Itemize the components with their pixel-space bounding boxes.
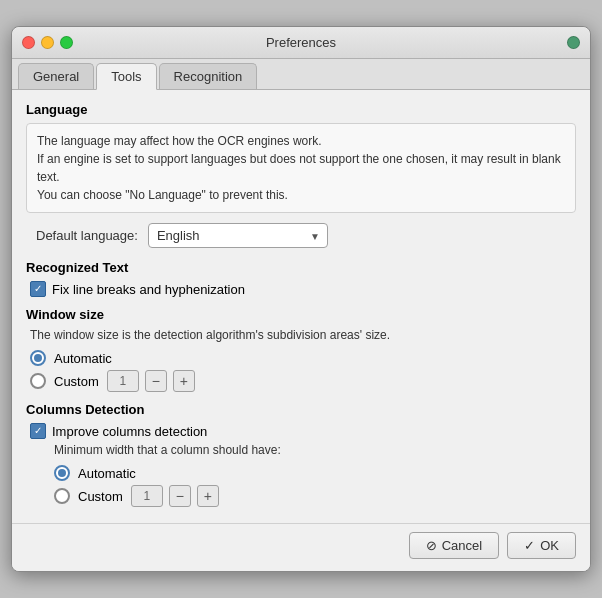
titlebar: Preferences: [12, 27, 590, 59]
radio-dot: [34, 354, 42, 362]
maximize-button[interactable]: [60, 36, 73, 49]
language-info-box: The language may affect how the OCR engi…: [26, 123, 576, 213]
min-width-label: Minimum width that a column should have:: [50, 443, 576, 457]
tab-bar: General Tools Recognition: [12, 59, 590, 90]
app-icon: [567, 36, 580, 49]
radio-dot-2: [58, 469, 66, 477]
improve-columns-label: Improve columns detection: [52, 424, 207, 439]
tab-tools[interactable]: Tools: [96, 63, 156, 90]
fix-line-breaks-checkbox[interactable]: ✓: [30, 281, 46, 297]
default-language-label: Default language:: [36, 228, 138, 243]
ok-icon: ✓: [524, 538, 535, 553]
columns-detection-sub: Minimum width that a column should have:…: [26, 443, 576, 507]
checkmark-icon-2: ✓: [34, 426, 42, 436]
minimize-button[interactable]: [41, 36, 54, 49]
tab-recognition[interactable]: Recognition: [159, 63, 258, 89]
window-title: Preferences: [266, 35, 336, 50]
window-size-input[interactable]: [107, 370, 139, 392]
improve-columns-checkbox[interactable]: ✓: [30, 423, 46, 439]
columns-stepper: − +: [131, 485, 219, 507]
columns-custom-label: Custom: [78, 489, 123, 504]
window-size-plus-button[interactable]: +: [173, 370, 195, 392]
cancel-icon: ⊘: [426, 538, 437, 553]
cancel-button[interactable]: ⊘ Cancel: [409, 532, 499, 559]
window-controls: [22, 36, 73, 49]
window-size-section-title: Window size: [26, 307, 576, 322]
window-size-custom-row: Custom − +: [26, 370, 576, 392]
recognized-text-section-title: Recognized Text: [26, 260, 576, 275]
window-size-description: The window size is the detection algorit…: [26, 328, 576, 342]
columns-custom-radio[interactable]: [54, 488, 70, 504]
improve-columns-row: ✓ Improve columns detection: [26, 423, 576, 439]
language-select[interactable]: English No Language French German Spanis…: [148, 223, 328, 248]
columns-automatic-radio[interactable]: [54, 465, 70, 481]
tab-general[interactable]: General: [18, 63, 94, 89]
preferences-window: Preferences General Tools Recognition La…: [11, 26, 591, 572]
language-section-title: Language: [26, 102, 576, 117]
columns-custom-row: Custom − +: [50, 485, 576, 507]
language-row: Default language: English No Language Fr…: [26, 223, 576, 248]
cancel-label: Cancel: [442, 538, 482, 553]
checkmark-icon: ✓: [34, 284, 42, 294]
bottom-bar: ⊘ Cancel ✓ OK: [12, 523, 590, 571]
columns-size-input[interactable]: [131, 485, 163, 507]
window-size-custom-radio[interactable]: [30, 373, 46, 389]
fix-line-breaks-label: Fix line breaks and hyphenization: [52, 282, 245, 297]
window-size-minus-button[interactable]: −: [145, 370, 167, 392]
window-size-stepper: − +: [107, 370, 195, 392]
columns-minus-button[interactable]: −: [169, 485, 191, 507]
columns-plus-button[interactable]: +: [197, 485, 219, 507]
ok-label: OK: [540, 538, 559, 553]
window-size-automatic-radio[interactable]: [30, 350, 46, 366]
language-select-wrapper: English No Language French German Spanis…: [148, 223, 328, 248]
columns-automatic-label: Automatic: [78, 466, 136, 481]
ok-button[interactable]: ✓ OK: [507, 532, 576, 559]
columns-automatic-row: Automatic: [50, 465, 576, 481]
main-content: Language The language may affect how the…: [12, 90, 590, 523]
window-size-custom-label: Custom: [54, 374, 99, 389]
language-info-text: The language may affect how the OCR engi…: [37, 134, 561, 202]
window-size-automatic-label: Automatic: [54, 351, 112, 366]
window-size-automatic-row: Automatic: [26, 350, 576, 366]
columns-detection-section-title: Columns Detection: [26, 402, 576, 417]
close-button[interactable]: [22, 36, 35, 49]
fix-line-breaks-row: ✓ Fix line breaks and hyphenization: [26, 281, 576, 297]
